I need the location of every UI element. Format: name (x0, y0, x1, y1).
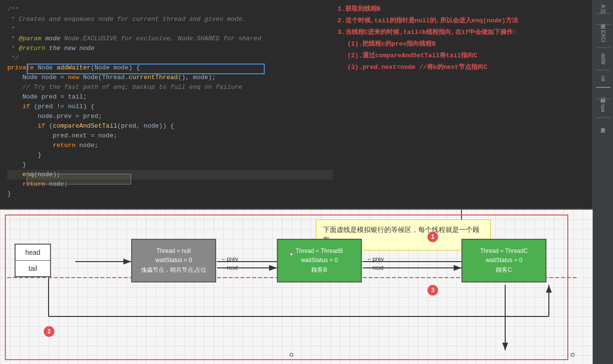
sidebar-item-ddw[interactable]: ddW (599, 51, 607, 66)
code-line-7: private Node addWaiter(Node mode) { (7, 63, 333, 73)
code-line-9: // Try the fast path of enq; backup to f… (7, 83, 333, 92)
code-line-10: Node pred = tail; (7, 92, 333, 102)
sidebar-item-rpa[interactable]: rpa (599, 102, 607, 114)
badge-2: 2 (44, 326, 54, 337)
sidebar-divider-2 (596, 24, 611, 25)
badge-3: 3 (427, 285, 438, 296)
annotations-panel: 1.获取到线程B 2.这个时候,tail的指针是null的,所以会进入enq(n… (338, 4, 590, 74)
code-section: /** * Creates and enqueues node for curr… (0, 0, 593, 209)
diagram-arrows (0, 210, 593, 364)
code-line-16: } (7, 150, 333, 160)
head-label: head (16, 245, 50, 261)
anno-1: 1.获取到线程B (338, 4, 590, 15)
sidebar-thick-divider (596, 87, 611, 88)
conn-circle-1 (289, 252, 293, 256)
code-line-12: node.prev = pred; (7, 112, 333, 121)
left-panel: /** * Creates and enqueues node for curr… (0, 0, 593, 364)
code-line-17: } (7, 160, 333, 170)
sidebar-divider-1 (596, 13, 611, 14)
code-line-14: pred.next = node; (7, 131, 333, 141)
code-line-6: */ (7, 53, 333, 63)
sidebar-divider-5 (596, 99, 611, 99)
sidebar-divider-4 (596, 70, 611, 70)
sidebar-divider-3 (596, 48, 611, 48)
right-sidebar: 识A 法升 EXCl ddW nit 获得 rpa 并发 (593, 0, 613, 364)
conn-circle-2 (289, 353, 293, 357)
anno-2: 2.这个时候,tail的指针是null的,所以会进入enq(node)方法 (338, 16, 590, 26)
badge-1: 1 (427, 232, 438, 242)
node-green-b: Thread = ThreadB waitStatus = 0 顾客B (277, 239, 362, 282)
code-line-15: return node; (7, 141, 333, 150)
sidebar-divider-6 (596, 117, 611, 118)
sidebar-item-excl[interactable]: EXCl (599, 28, 607, 44)
tail-label: tail (16, 261, 50, 276)
conn-circle-3 (571, 353, 575, 357)
prev-label-gb: ←prev (221, 256, 238, 263)
head-tail-box: head tail (15, 244, 51, 277)
next-label-gb: →next (221, 265, 238, 271)
next-label-bc: →next (367, 265, 384, 271)
code-line-5: * @return the new node (7, 44, 333, 53)
anno-5: (2).通过compareAndSetTail将tail指向C (338, 50, 590, 61)
sidebar-item-bingfa[interactable]: 并发 (598, 121, 608, 125)
code-line-2: * Creates and enqueues node for current … (7, 15, 333, 24)
code-line-18: enq(node); (7, 170, 333, 180)
sidebar-item-fasheng[interactable]: 法升 (598, 17, 608, 21)
code-line-20: } (7, 189, 333, 199)
code-line-11: if (pred != null) { (7, 102, 333, 112)
sidebar-item-nit[interactable]: nit (599, 74, 607, 83)
sidebar-item-shia[interactable]: 识A (598, 2, 608, 10)
anno-3: 3.当线程C进来的时候,tail=b线程指向,在if中会做如下操作: (338, 27, 590, 38)
code-line-1: /** (7, 5, 333, 15)
code-line-13: if (compareAndSetTail(pred, node)) { (7, 121, 333, 131)
node-gray: Thread = null waitStatus = 0 傀儡节点，哨兵节点,占… (131, 239, 216, 282)
anno-4: (1).把线程c的prev指向线程B (338, 39, 590, 50)
prev-label-bc: ←prev (367, 256, 384, 263)
code-line-4: * @param mode Node.EXCLUSIVE for exclusi… (7, 34, 333, 44)
sidebar-item-huode[interactable]: 获得 (598, 91, 608, 95)
code-line-19: return node; (7, 180, 333, 189)
diagram-section: 下面虚线是模拟银行的等候区，每个线程就是一个顾客 (0, 210, 593, 364)
anno-6: (3).pred.next=node //将b的next节点指向C (338, 62, 590, 73)
node-green-c: Thread = ThreadC waitStatus = 0 顾客C (461, 239, 546, 282)
code-line-3: * (7, 24, 333, 34)
code-line-8: Node node = new Node(Thread.currentThrea… (7, 73, 333, 83)
main-container: /** * Creates and enqueues node for curr… (0, 0, 613, 364)
code-area: /** * Creates and enqueues node for curr… (0, 0, 340, 209)
